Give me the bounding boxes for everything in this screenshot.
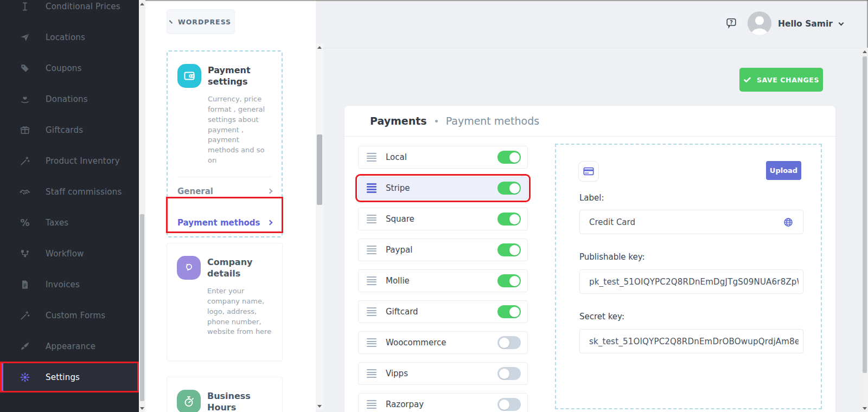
help-button[interactable]: ? [722, 13, 741, 33]
sidebar-item-product-inventory[interactable]: Product Inventory [0, 145, 139, 176]
payment-method-name: Giftcard [386, 307, 418, 317]
ibeam-cursor-icon [18, 0, 31, 13]
sidebar-item-label: Invoices [46, 280, 80, 289]
payment-method-row-mollie[interactable]: Mollie [358, 269, 528, 292]
sidebar-item-label: Coupons [46, 63, 82, 73]
breadcrumb-section: Payments [370, 115, 427, 127]
payment-method-row-woocommerce[interactable]: Woocommerce [358, 331, 528, 354]
drag-handle-icon[interactable] [367, 153, 376, 162]
toggle-square[interactable] [497, 213, 521, 226]
business-hours-card[interactable]: Business Hours [167, 377, 283, 412]
drag-handle-icon[interactable] [367, 215, 376, 223]
save-changes-button[interactable]: SAVE CHANGES [739, 68, 823, 92]
payment-method-row-razorpay[interactable]: Razorpay [358, 393, 528, 412]
scrollbar-thumb[interactable] [317, 134, 322, 205]
scroll-up-arrow[interactable] [861, 48, 868, 55]
sidebar-item-custom-forms[interactable]: Custom Forms [0, 300, 139, 331]
scrollbar-thumb[interactable] [140, 214, 144, 401]
publishable-key-label: Publishable key: [579, 252, 645, 262]
percent-icon: % [18, 216, 31, 229]
toggle-giftcard[interactable] [497, 305, 521, 318]
chevron-down-icon [838, 20, 844, 25]
back-to-wordpress-button[interactable]: WORDPRESS [167, 9, 235, 34]
card-title: Business Hours [207, 390, 272, 412]
sidebar-item-label: Product Inventory [46, 156, 120, 166]
magic-wand-icon [18, 154, 31, 168]
scroll-down-arrow[interactable] [861, 404, 868, 412]
payment-method-row-stripe[interactable]: Stripe [358, 177, 528, 199]
settings-nav-panel: WORDPRESS Payment settings Currency, pri… [145, 0, 316, 412]
company-details-card[interactable]: Company details Enter your company name,… [167, 243, 283, 361]
scroll-down-arrow[interactable] [316, 402, 323, 410]
stripe-settings-panel: Upload Label: Publishable key: Secret ke… [555, 144, 822, 409]
sidebar-item-taxes[interactable]: % Taxes [0, 207, 139, 238]
globe-translate-icon[interactable] [783, 217, 794, 228]
secret-key-label: Secret key: [579, 312, 624, 321]
payment-method-name: Paypal [386, 245, 412, 255]
payment-method-row-paypal[interactable]: Paypal [358, 239, 528, 261]
scroll-up-arrow[interactable] [316, 43, 323, 51]
sidebar-item-label: Taxes [46, 218, 68, 228]
tag-icon [18, 62, 31, 75]
nav-link-general[interactable]: General [168, 177, 282, 205]
sidebar-item-locations[interactable]: Locations [0, 22, 139, 53]
toggle-woocommerce[interactable] [497, 336, 521, 349]
payment-method-row-local[interactable]: Local [358, 146, 528, 169]
secret-key-input[interactable] [579, 329, 803, 353]
payment-method-row-giftcard[interactable]: Giftcard [358, 300, 528, 323]
payment-method-row-vipps[interactable]: Vipps [358, 362, 528, 385]
sidebar-scrollbar[interactable] [139, 0, 145, 412]
drag-handle-icon[interactable] [367, 183, 376, 193]
drag-handle-icon[interactable] [367, 400, 376, 409]
sidebar-item-appearance[interactable]: Appearance [0, 331, 139, 362]
toggle-razorpay[interactable] [497, 398, 521, 411]
payments-card: Payments Payment methods Local Stripe Sq… [344, 106, 835, 412]
hand-heart-icon [18, 93, 31, 106]
sidebar-item-invoices[interactable]: Invoices [0, 269, 139, 300]
sidebar-item-conditional-prices[interactable]: Conditional Prices [0, 0, 139, 22]
sidebar-item-coupons[interactable]: Coupons [0, 53, 139, 83]
sidebar-item-staff-commissions[interactable]: Staff commissions [0, 176, 139, 207]
invoice-file-icon [18, 278, 31, 291]
check-icon [743, 76, 751, 84]
breadcrumb-dot [435, 120, 438, 123]
toggle-paypal[interactable] [497, 243, 521, 256]
payment-method-name: Stripe [386, 183, 410, 193]
toggle-stripe[interactable] [497, 182, 521, 195]
drag-handle-icon[interactable] [367, 307, 376, 316]
user-avatar[interactable] [748, 11, 771, 35]
upload-button[interactable]: Upload [766, 161, 801, 180]
wallet-icon [177, 64, 201, 88]
person-icon [748, 11, 771, 35]
payments-card-header: Payments Payment methods [344, 106, 835, 137]
sidebar: Conditional Prices Locations Coupons Don… [0, 0, 139, 412]
publishable-key-input[interactable] [579, 269, 803, 294]
toggle-vipps[interactable] [497, 367, 521, 380]
back-button-label: WORDPRESS [178, 18, 231, 26]
app-window: Conditional Prices Locations Coupons Don… [0, 0, 868, 412]
payment-method-row-square[interactable]: Square [358, 208, 528, 230]
card-title: Company details [207, 256, 272, 280]
drag-handle-icon[interactable] [367, 276, 376, 285]
sidebar-item-giftcards[interactable]: Giftcards [0, 114, 139, 145]
sidebar-item-settings[interactable]: Settings [0, 362, 139, 392]
sidebar-item-workflow[interactable]: Workflow [0, 238, 139, 269]
scroll-down-arrow[interactable] [139, 404, 145, 412]
nav-link-label: Payment methods [177, 218, 260, 228]
user-greeting: Hello Samir [778, 19, 833, 29]
drag-handle-icon[interactable] [367, 246, 376, 254]
card-description: Enter your company name, logo, address, … [207, 286, 272, 337]
scroll-up-arrow[interactable] [139, 0, 145, 8]
toggle-mollie[interactable] [497, 274, 521, 287]
settings-panel-scrollbar[interactable] [316, 43, 323, 410]
window-top-edge [145, 0, 868, 1]
toggle-local[interactable] [497, 151, 521, 164]
user-menu[interactable]: Hello Samir [778, 0, 843, 48]
label-input[interactable] [579, 210, 803, 234]
nav-link-payment-methods[interactable]: Payment methods [168, 205, 282, 237]
sidebar-item-donations[interactable]: Donations [0, 83, 139, 114]
page-scrollbar[interactable] [861, 48, 868, 412]
scrollbar-thumb[interactable] [863, 56, 867, 373]
drag-handle-icon[interactable] [367, 338, 376, 347]
drag-handle-icon[interactable] [367, 369, 376, 378]
